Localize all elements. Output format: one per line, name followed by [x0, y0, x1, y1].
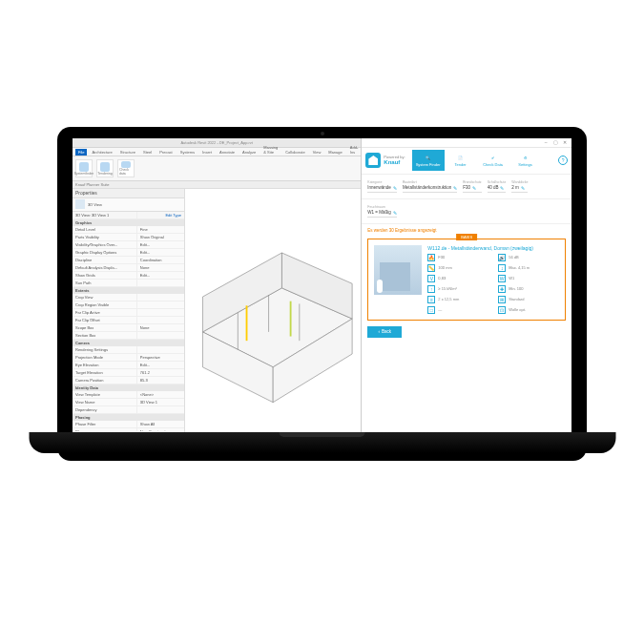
ribbon-tab-precast[interactable]: Precast — [156, 149, 176, 156]
instance-selector[interactable]: 3D View: 3D View 1 — [73, 212, 137, 218]
ribbon-tab-insert[interactable]: Insert — [199, 149, 215, 156]
prop-group-graphics[interactable]: Graphics — [73, 219, 184, 226]
prop-group-camera[interactable]: Camera — [73, 340, 184, 346]
prop-row[interactable]: DisciplineCoordination — [73, 257, 184, 264]
edit-icon[interactable]: ✎ — [521, 185, 525, 191]
edit-icon[interactable]: ✎ — [500, 185, 504, 191]
prop-group-phasing[interactable]: Phasing — [73, 414, 184, 421]
prop-row[interactable]: View Name3D View 1 — [73, 399, 184, 406]
nav-settings[interactable]: ⚙Settings — [509, 150, 542, 171]
filter-schallschutz[interactable]: Schallschutz40 dB✎ — [488, 180, 507, 193]
properties-type-selector[interactable]: 3D View — [73, 198, 184, 212]
prop-row[interactable]: Section Box — [73, 332, 184, 340]
ribbon-button-check-data[interactable]: Check data — [117, 159, 135, 177]
prop-value[interactable]: Show All — [137, 421, 184, 427]
prop-row[interactable]: Camera Position85.3 — [73, 377, 184, 384]
ribbon-tab-massing-site[interactable]: Massing & Site — [260, 144, 280, 156]
prop-value[interactable] — [137, 294, 184, 301]
prop-row[interactable]: Sun Path — [73, 280, 184, 287]
edit-icon[interactable]: ✎ — [393, 185, 397, 191]
prop-value[interactable]: Edit... — [137, 362, 184, 368]
prop-value[interactable] — [137, 332, 184, 339]
maximize-button[interactable]: ▢ — [552, 139, 558, 145]
nav-system-finder[interactable]: 🔍System Finder — [412, 150, 445, 171]
minimize-button[interactable]: – — [543, 139, 549, 145]
ribbon-tab-architecture[interactable]: Architecture — [89, 149, 114, 156]
prop-value[interactable]: 761.2 — [137, 369, 184, 376]
ribbon-tab-manage[interactable]: Manage — [325, 149, 344, 156]
model-viewport[interactable] — [185, 189, 361, 440]
ribbon-tab-annotate[interactable]: Annotate — [217, 149, 238, 156]
prop-value[interactable] — [137, 346, 184, 353]
prop-row[interactable]: Dependency — [73, 406, 184, 414]
prop-row[interactable]: Eye ElevationEdit... — [73, 362, 184, 369]
filter-kategorie[interactable]: KategorieInnenwände✎ — [367, 180, 397, 193]
prop-value[interactable]: Edit... — [137, 241, 184, 248]
ribbon-button-systemfinder[interactable]: Systemfinder — [75, 159, 93, 177]
ribbon-tab-view[interactable]: View — [310, 149, 324, 156]
prop-value[interactable] — [137, 301, 184, 308]
prop-row[interactable]: Graphic Display OptionsEdit... — [73, 249, 184, 257]
prop-key: View Template — [73, 391, 137, 398]
prop-row[interactable]: Crop Region Visible — [73, 301, 184, 309]
prop-value[interactable] — [137, 309, 184, 316]
help-icon[interactable]: ? — [558, 156, 568, 165]
prop-value[interactable]: None — [137, 264, 184, 271]
ribbon-tab-add-ins[interactable]: Add-Ins — [347, 144, 361, 156]
edit-icon[interactable]: ✎ — [453, 185, 457, 191]
prop-value[interactable]: <None> — [137, 391, 184, 398]
prop-row[interactable]: Show GridsEdit... — [73, 272, 184, 280]
ribbon-tab-systems[interactable]: Systems — [177, 149, 197, 156]
edit-type-button[interactable]: Edit Type — [137, 212, 184, 218]
prop-value[interactable] — [137, 280, 184, 286]
prop-value[interactable]: Show Original — [137, 234, 184, 240]
ribbon-tab-structure[interactable]: Structure — [117, 149, 138, 156]
properties-header[interactable]: Properties — [73, 189, 184, 198]
prop-value[interactable]: Fine — [137, 226, 184, 233]
prop-row[interactable]: Target Elevation761.2 — [73, 369, 184, 377]
nav-check-data[interactable]: ✔Check Data — [477, 150, 509, 171]
prop-value[interactable] — [137, 317, 184, 323]
edit-icon[interactable]: ✎ — [393, 210, 397, 216]
filter-brandschutz[interactable]: BrandschutzF30✎ — [463, 180, 481, 193]
ribbon-tab-collaborate[interactable]: Collaborate — [282, 149, 307, 156]
prop-row[interactable]: Default Analysis Displa...None — [73, 264, 184, 272]
prop-row[interactable]: Far Clip Active — [73, 309, 184, 317]
prop-row[interactable]: Scope BoxNone — [73, 324, 184, 332]
prop-row[interactable]: Far Clip Offset — [73, 317, 184, 324]
nav-tender[interactable]: 📄Tender — [445, 150, 477, 171]
revit-subbar: Knauf Planner Suite — [73, 181, 361, 189]
filter-wanddicke[interactable]: Wanddicke2 m✎ — [511, 180, 528, 193]
prop-row[interactable]: Visibility/Graphics Over...Edit... — [73, 241, 184, 249]
filter-feuchtraum[interactable]: Feuchtraum W1 = Mäßig ✎ — [367, 205, 396, 218]
filter-bauteilart[interactable]: BauteilartMetallständerkonstruktion✎ — [403, 180, 457, 193]
prop-group-identity-data[interactable]: Identity Data — [73, 384, 184, 391]
ribbon-tab-steel[interactable]: Steel — [140, 149, 155, 156]
prop-row[interactable]: Detail LevelFine — [73, 226, 184, 234]
result-card[interactable]: BASIS W112.de - Metallständerwand, Doman… — [367, 239, 566, 321]
filter-label: Schallschutz — [488, 180, 507, 184]
prop-value[interactable]: 85.3 — [137, 377, 184, 384]
prop-row[interactable]: Parts VisibilityShow Original — [73, 234, 184, 241]
prop-value[interactable]: Perspective — [137, 354, 184, 361]
prop-row[interactable]: Crop View — [73, 294, 184, 301]
close-button[interactable]: ✕ — [562, 139, 568, 145]
ribbon-tab-file[interactable]: File — [75, 149, 87, 156]
prop-row[interactable]: Rendering Settings — [73, 346, 184, 354]
prop-key: Projection Mode — [73, 354, 137, 361]
nav-label: System Finder — [416, 162, 441, 167]
ribbon-button-tendering[interactable]: Tendering — [96, 159, 114, 177]
prop-row[interactable]: Projection ModePerspective — [73, 354, 184, 362]
prop-row[interactable]: Phase FilterShow All — [73, 421, 184, 428]
prop-value[interactable] — [137, 406, 184, 413]
prop-row[interactable]: View Template<None> — [73, 391, 184, 399]
edit-icon[interactable]: ✎ — [472, 185, 476, 191]
prop-value[interactable]: 3D View 1 — [137, 399, 184, 405]
prop-value[interactable]: None — [137, 324, 184, 331]
back-button[interactable]: ‹ Back — [367, 326, 402, 338]
prop-value[interactable]: Edit... — [137, 249, 184, 256]
ribbon-tab-analyze[interactable]: Analyze — [239, 149, 259, 156]
prop-value[interactable]: Coordination — [137, 257, 184, 263]
prop-group-extents[interactable]: Extents — [73, 287, 184, 294]
prop-value[interactable]: Edit... — [137, 272, 184, 279]
